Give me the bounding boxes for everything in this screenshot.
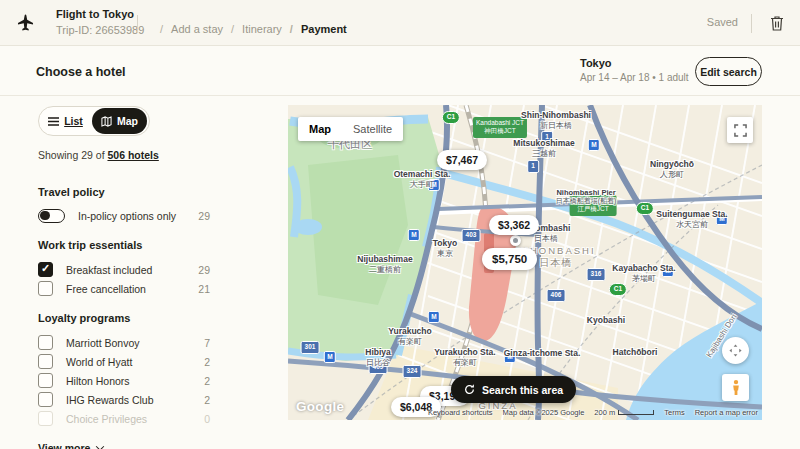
route-shield: 301 [301, 341, 320, 354]
scale-bar [618, 410, 654, 415]
hotel-dot-marker[interactable] [510, 235, 521, 246]
map-place-label: Hatchōbori [613, 347, 658, 358]
map-place-label: Suitengumae Sta. 水天宮前 [656, 209, 727, 230]
metro-station-icon: M [324, 351, 336, 363]
section-heading: Work trip essentials [38, 239, 210, 251]
checkbox[interactable] [38, 262, 53, 277]
loyalty-filters: Marriott Bonvoy 7 World of Hyatt 2 Hilto… [38, 335, 210, 426]
filter-row[interactable]: World of Hyatt 2 [38, 354, 210, 369]
map-type-control: Map Satellite [298, 117, 403, 141]
map-scale: 200 m [594, 408, 654, 417]
hotel-price-marker[interactable]: $5,750 [482, 248, 537, 270]
header-divider-right [751, 14, 752, 33]
keyboard-shortcuts-link[interactable]: Keyboard shortcuts [428, 408, 493, 417]
checkbox[interactable] [38, 411, 53, 426]
search-this-area-button[interactable]: Search this area [451, 376, 576, 403]
map-icon [101, 116, 112, 127]
fullscreen-icon [734, 124, 747, 137]
map-place-label: Yurakucho Sta. 有楽町 [434, 347, 495, 368]
page-title: Choose a hotel [36, 65, 126, 79]
loyalty-section: Loyalty programs Marriott Bonvoy 7 World… [38, 312, 210, 426]
expressway-shield: C1 [636, 202, 654, 215]
in-policy-toggle[interactable] [38, 209, 65, 223]
map-type-map-button[interactable]: Map [298, 117, 342, 141]
map-attribution: Keyboard shortcuts Map data ©2025 Google… [428, 408, 758, 417]
header-divider [137, 15, 138, 33]
metro-station-icon: M [428, 311, 440, 323]
filter-row[interactable]: Hilton Honors 2 [38, 373, 210, 388]
results-summary: Showing 29 of 506 hotels [38, 149, 210, 161]
metro-station-icon: M [588, 139, 600, 151]
edit-search-button[interactable]: Edit search [695, 57, 762, 86]
pegman-icon [730, 379, 742, 396]
fullscreen-button[interactable] [727, 117, 753, 143]
route-shield: 403 [462, 229, 481, 242]
chevron-down-icon [96, 442, 104, 449]
map-place-label: Ningyōchō 人形町 [650, 159, 694, 180]
map-place-label: Hibiya 日比谷 [365, 347, 391, 368]
filter-row[interactable]: IHG Rewards Club 2 [38, 392, 210, 407]
view-toggle: List Map [38, 106, 150, 136]
route-shield: 316 [587, 268, 606, 281]
checkbox[interactable] [38, 335, 53, 350]
map-container[interactable]: Chiyoda City 千代田区 Otemachi Sta. 大手町 Shin… [288, 105, 762, 420]
map-place-label: Kayabacho Sta. 茅場町 [612, 263, 675, 284]
in-policy-row: In-policy options only 29 [38, 209, 210, 223]
view-more-button[interactable]: View more [38, 442, 210, 449]
google-logo: Google [296, 399, 344, 414]
section-heading: Travel policy [38, 186, 210, 198]
filter-row[interactable]: Marriott Bonvoy 7 [38, 335, 210, 350]
expressway-shield: C1 [609, 283, 627, 296]
terms-link[interactable]: Terms [664, 408, 684, 417]
map-place-label: Nijubashimae 二重橋前 [357, 254, 412, 275]
report-map-error-link[interactable]: Report a map error [695, 408, 758, 417]
map-type-satellite-button[interactable]: Satellite [342, 117, 403, 141]
breadcrumb-item[interactable]: Itinerary [223, 23, 282, 35]
map-data-credit: Map data ©2025 Google [503, 408, 585, 417]
checkbox[interactable] [38, 373, 53, 388]
section-heading: Loyalty programs [38, 312, 210, 324]
divider [0, 95, 800, 96]
travel-policy-section: Travel policy In-policy options only 29 [38, 186, 210, 223]
map-view-button[interactable]: Map [92, 108, 147, 134]
work-trip-filters: Breakfast included 29 Free cancellation … [38, 262, 210, 296]
checkbox[interactable] [38, 354, 53, 369]
trip-details: Apr 14 – Apr 18 • 1 adult [580, 72, 689, 83]
filter-row[interactable]: Choice Privileges 0 [38, 411, 210, 426]
route-shield: 324 [403, 365, 422, 378]
map-place-label: Tokyo 東京 [433, 238, 457, 259]
route-shield: 406 [547, 289, 566, 302]
filters-sidebar: List Map Showing 29 of 506 hotels Travel… [38, 106, 210, 449]
page: Flight to Tokyo Trip-ID: 26653989 Add a … [0, 0, 800, 449]
destination-name: Tokyo [580, 57, 612, 69]
map-place-label: Kyobashi [587, 315, 625, 326]
filter-row[interactable]: Breakfast included 29 [38, 262, 210, 277]
pan-control[interactable] [722, 337, 749, 364]
breadcrumb: Add a stayItineraryPayment [152, 23, 347, 35]
junction-label: Kandabashi JCT 神田橋JCT [473, 117, 527, 138]
hotel-price-marker[interactable]: $7,467 [437, 150, 487, 170]
delete-trip-button[interactable] [768, 14, 786, 32]
hotel-price-marker[interactable]: $3,362 [489, 215, 539, 235]
filter-row[interactable]: Free cancellation 21 [38, 281, 210, 296]
airplane-icon [16, 13, 35, 36]
hotels-count-link[interactable]: 506 hotels [107, 149, 158, 161]
map-place-label: Otemachi Sta. 大手町 [394, 169, 451, 190]
trip-titles: Flight to Tokyo Trip-ID: 26653989 [56, 6, 144, 38]
map-place-label: Ginza-itchome Sta. [504, 348, 581, 359]
map-place-label: Mitsukoshimae 三越前 [513, 138, 574, 159]
trip-title: Flight to Tokyo [56, 6, 144, 22]
expressway-shield: C1 [442, 111, 460, 124]
trip-id: Trip-ID: 26653989 [56, 22, 144, 38]
checkbox[interactable] [38, 392, 53, 407]
checkbox[interactable] [38, 281, 53, 296]
map-place-label: Nihombashi Pier 日本橋船着場(船着) [556, 188, 617, 206]
map-place-label: Yurakucho 有楽町 [388, 326, 431, 347]
breadcrumb-item[interactable]: Add a stay [152, 23, 223, 35]
street-view-pegman[interactable] [722, 374, 749, 401]
breadcrumb-item[interactable]: Payment [282, 23, 347, 35]
list-view-button[interactable]: List [39, 115, 92, 127]
app-header: Flight to Tokyo Trip-ID: 26653989 Add a … [0, 0, 800, 46]
work-trip-section: Work trip essentials Breakfast included … [38, 239, 210, 296]
refresh-icon [464, 384, 475, 395]
